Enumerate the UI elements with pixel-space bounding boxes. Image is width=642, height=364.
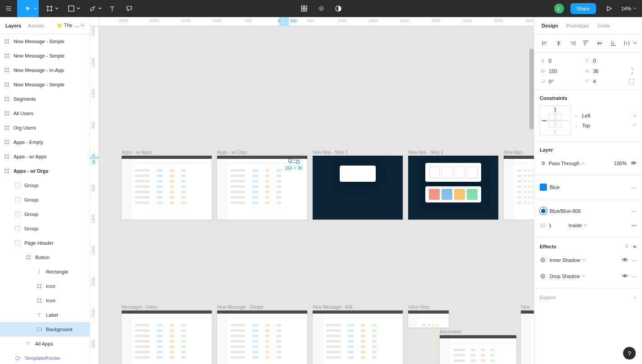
effects-styles-icon[interactable]: ⠿ <box>625 244 628 250</box>
effect-type[interactable]: Drop Shadow <box>550 274 580 279</box>
components-icon[interactable] <box>296 0 313 17</box>
remove-stroke-icon[interactable]: — <box>632 208 637 214</box>
mask-icon[interactable] <box>313 0 330 17</box>
visibility-icon[interactable] <box>630 161 637 166</box>
frame-label[interactable]: Automated <box>440 329 461 334</box>
layers-tab[interactable]: Layers <box>5 23 21 28</box>
canvas-area[interactable]: -2500-2000-1500-1000-5000500100015002000… <box>90 17 534 364</box>
constraint-h-select[interactable]: ↔Left <box>573 113 637 118</box>
frame-label[interactable]: Apps - w/ Apps <box>122 150 152 155</box>
effect-type[interactable]: Inner Shadow <box>550 257 580 263</box>
canvas-frame[interactable] <box>440 335 516 364</box>
add-export-icon[interactable]: + <box>633 294 637 301</box>
present-button[interactable] <box>601 0 618 17</box>
add-effect-icon[interactable]: + <box>633 243 637 250</box>
canvas-frame[interactable] <box>122 156 212 220</box>
frame-label[interactable]: New Message - A/B <box>313 305 352 310</box>
remove-effect-icon[interactable]: — <box>632 274 637 279</box>
stroke-width-field[interactable]: 1 <box>549 223 569 228</box>
layer-row[interactable]: Apps - w/ Orgs <box>0 164 90 178</box>
canvas-frame[interactable] <box>408 310 449 328</box>
canvas-frame[interactable] <box>122 310 212 364</box>
align-bottom-icon[interactable] <box>608 39 619 48</box>
layer-row[interactable]: Apps - w/ Apps <box>0 149 90 164</box>
layer-row[interactable]: Icon <box>0 293 90 308</box>
canvas-frame[interactable] <box>217 310 307 364</box>
layer-row[interactable]: New Message - Simple <box>0 49 90 63</box>
layer-row[interactable]: All Apps <box>0 337 90 351</box>
zoom-level[interactable]: 14% <box>619 6 638 11</box>
canvas-frame[interactable] <box>408 156 498 220</box>
frame-tool[interactable] <box>39 0 60 17</box>
help-button[interactable]: ? <box>623 347 636 360</box>
canvas-frame[interactable] <box>313 310 403 364</box>
independent-corners-icon[interactable] <box>628 79 635 84</box>
opacity-field[interactable]: 100% <box>614 161 627 166</box>
height-field[interactable]: H36 <box>584 68 625 74</box>
frame-label[interactable]: New App - Step 2 <box>408 150 443 155</box>
layer-row[interactable]: New Message - Simple <box>0 77 90 92</box>
text-tool[interactable] <box>104 0 121 17</box>
layer-row[interactable]: Segments <box>0 92 90 106</box>
stroke-swatch[interactable] <box>540 207 547 215</box>
pen-tool[interactable] <box>82 0 104 17</box>
vertical-scrollbar[interactable] <box>529 49 534 130</box>
blend-mode-icon[interactable] <box>540 161 546 166</box>
page-selector[interactable]: ⭐ The … <box>56 22 84 28</box>
user-avatar[interactable]: L <box>554 4 564 13</box>
distribute-icon[interactable] <box>621 39 632 48</box>
comment-tool[interactable] <box>121 0 138 17</box>
layer-tree[interactable]: New Message - SimpleNew Message - Simple… <box>0 34 90 364</box>
layer-row[interactable]: Rectangle <box>0 265 90 279</box>
canvas-frame[interactable] <box>504 156 534 220</box>
constraint-v-select[interactable]: ↕Top <box>573 123 637 128</box>
prototype-tab[interactable]: Prototype <box>566 23 589 28</box>
stroke-advanced-icon[interactable]: ••• <box>631 223 637 228</box>
frame-label[interactable]: Apps - w/ Orgs <box>217 150 247 155</box>
layer-row[interactable]: Background <box>0 322 90 337</box>
stroke-position-select[interactable]: Inside <box>569 223 582 228</box>
layer-row[interactable]: Group <box>0 221 90 236</box>
layer-row[interactable]: Group <box>0 178 90 193</box>
width-field[interactable]: W150 <box>540 68 581 74</box>
constrain-proportions-icon[interactable] <box>628 68 635 74</box>
align-right-icon[interactable] <box>567 39 578 48</box>
y-field[interactable]: Y0 <box>584 58 625 63</box>
layer-row[interactable]: Label <box>0 308 90 322</box>
layer-row[interactable]: Icon <box>0 279 90 293</box>
visibility-icon[interactable] <box>622 257 628 263</box>
layer-row[interactable]: Template/Footer <box>0 351 90 364</box>
frame-label[interactable]: Messages - Index <box>122 305 157 310</box>
effect-settings-icon[interactable] <box>540 257 546 263</box>
corner-radius-field[interactable]: 4 <box>584 79 625 84</box>
effect-row[interactable]: Inner Shadow— <box>540 254 637 266</box>
align-vcenter-icon[interactable] <box>594 39 605 48</box>
code-tab[interactable]: Code <box>597 23 610 28</box>
rotation-field[interactable]: 0° <box>540 79 581 84</box>
effect-row[interactable]: Drop Shadow— <box>540 270 637 283</box>
constraints-widget[interactable] <box>540 105 570 136</box>
layer-row[interactable]: Org Users <box>0 121 90 135</box>
frame-label[interactable]: New Message - Simple <box>217 305 264 310</box>
share-button[interactable]: Share <box>570 3 596 14</box>
remove-fill-icon[interactable]: — <box>632 184 637 190</box>
align-left-icon[interactable] <box>540 39 551 48</box>
shape-tool[interactable] <box>60 0 82 17</box>
align-top-icon[interactable] <box>580 39 591 48</box>
assets-tab[interactable]: Assets <box>27 23 44 28</box>
stroke-label[interactable]: Blue/Blue-600 <box>550 208 581 214</box>
layer-row[interactable]: Apps - Empty <box>0 135 90 149</box>
remove-effect-icon[interactable]: — <box>632 257 637 263</box>
layer-row[interactable]: Button <box>0 250 90 265</box>
effect-settings-icon[interactable] <box>540 273 546 279</box>
move-tool[interactable] <box>17 0 39 17</box>
layer-row[interactable]: New Message - Simple <box>0 34 90 49</box>
layer-row[interactable]: New Message - In-App <box>0 63 90 77</box>
layer-row[interactable]: Group <box>0 207 90 221</box>
boolean-icon[interactable] <box>330 0 347 17</box>
canvas-frame[interactable] <box>313 156 403 220</box>
design-tab[interactable]: Design <box>542 23 558 28</box>
fill-swatch[interactable] <box>540 184 547 191</box>
layer-row[interactable]: Group <box>0 193 90 207</box>
canvas-frame[interactable] <box>521 310 534 364</box>
